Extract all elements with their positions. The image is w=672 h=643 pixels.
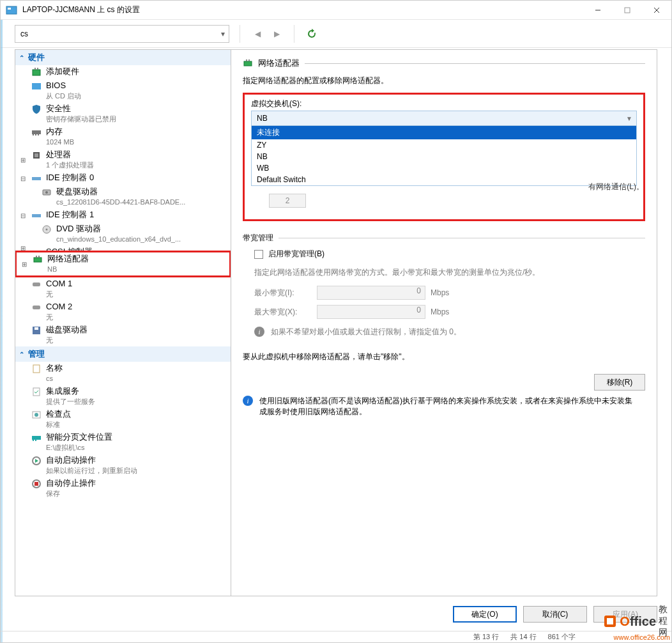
highlight-network-adapter: ⊞ 网络适配器NB bbox=[15, 251, 231, 277]
nav-forward-button[interactable]: ▶ bbox=[270, 27, 284, 41]
maximize-button[interactable] bbox=[613, 1, 642, 20]
tree-item-com2[interactable]: COM 2无 bbox=[15, 300, 231, 323]
tree-item-checkpoint[interactable]: 检查点标准 bbox=[15, 408, 231, 431]
minimize-button[interactable] bbox=[583, 1, 613, 20]
svg-point-21 bbox=[46, 229, 48, 231]
vlan-row: 2 bbox=[245, 186, 643, 219]
unit-label: Mbps bbox=[431, 288, 449, 297]
expand-icon[interactable]: ⊞ bbox=[19, 245, 27, 251]
bandwidth-group-header: 带宽管理 bbox=[243, 233, 645, 244]
info-icon: i bbox=[254, 327, 264, 337]
svg-rect-41 bbox=[246, 59, 247, 61]
com-port-icon bbox=[31, 279, 42, 290]
name-icon bbox=[31, 363, 42, 375]
svg-rect-7 bbox=[34, 68, 36, 70]
status-bar: 第 13 行 共 14 行 861 个字 bbox=[1, 631, 671, 642]
vswitch-option[interactable]: 未连接 bbox=[252, 126, 636, 139]
vlan-id-input[interactable]: 2 bbox=[269, 194, 306, 208]
vswitch-option[interactable]: Default Switch bbox=[252, 174, 636, 185]
svg-rect-16 bbox=[32, 177, 41, 180]
tree-label: 集成服务 bbox=[46, 386, 95, 396]
tree-sublabel: 提供了一些服务 bbox=[46, 396, 95, 407]
bandwidth-min-input[interactable]: 0 bbox=[317, 286, 425, 300]
bandwidth-tip-row: i 如果不希望对最小值或最大值进行限制，请指定值为 0。 bbox=[243, 322, 645, 337]
vswitch-combo[interactable]: NB ▼ bbox=[251, 111, 637, 126]
tree-item-scsi[interactable]: ⊞ SCSI 控制器 bbox=[15, 245, 231, 251]
tree-item-auto-start[interactable]: 自动启动操作如果以前运行过，则重新启动 bbox=[15, 454, 231, 477]
hardware-section-header[interactable]: ⌃ 硬件 bbox=[15, 50, 231, 65]
tree-item-dvd[interactable]: DVD 驱动器cn_windows_10_education_x64_dvd_.… bbox=[15, 222, 231, 245]
hdd-icon bbox=[41, 187, 52, 198]
tree-item-name[interactable]: 名称cs bbox=[15, 362, 231, 385]
watermark-brand-rest: ffice bbox=[630, 614, 656, 628]
tree-item-integration[interactable]: 集成服务提供了一些服务 bbox=[15, 385, 231, 408]
panel-title-row: 网络适配器 bbox=[243, 58, 645, 69]
ok-button[interactable]: 确定(O) bbox=[453, 606, 517, 623]
tree-label: 内存 bbox=[46, 127, 74, 137]
dvd-icon bbox=[41, 224, 52, 235]
collapse-icon: ⌃ bbox=[19, 54, 24, 61]
tree-item-smart-paging[interactable]: 智能分页文件位置E:\虚拟机\cs bbox=[15, 431, 231, 454]
tree-item-memory[interactable]: 内存1024 MB bbox=[15, 125, 231, 148]
collapse-icon[interactable]: ⊟ bbox=[19, 212, 27, 219]
svg-rect-42 bbox=[248, 59, 250, 61]
tree-sublabel: 如果以前运行过，则重新启动 bbox=[46, 465, 137, 476]
svg-rect-26 bbox=[33, 283, 40, 286]
cancel-button[interactable]: 取消(C) bbox=[523, 606, 587, 623]
tree-item-hdd[interactable]: 硬盘驱动器cs_122081D6-45DD-4421-BAF8-DADE... bbox=[15, 185, 231, 208]
cpu-icon bbox=[31, 150, 42, 161]
section-label: 硬件 bbox=[28, 52, 45, 63]
com-port-icon bbox=[31, 302, 42, 313]
tree-item-cpu[interactable]: ⊞ 处理器1 个虚拟处理器 bbox=[15, 148, 231, 171]
tree-item-com1[interactable]: COM 1无 bbox=[15, 277, 231, 300]
separator bbox=[305, 63, 645, 64]
tree-item-security[interactable]: 安全性密钥存储驱动器已禁用 bbox=[15, 102, 231, 125]
svg-rect-24 bbox=[36, 256, 37, 258]
tree-item-ide1[interactable]: ⊟ IDE 控制器 1 bbox=[15, 208, 231, 222]
tree-sublabel: 无 bbox=[46, 335, 88, 345]
bandwidth-max-row: 最大带宽(X): 0 Mbps bbox=[243, 302, 645, 322]
tree-sublabel: cs bbox=[46, 373, 63, 383]
svg-rect-34 bbox=[32, 436, 41, 440]
chevron-down-icon: ▾ bbox=[221, 29, 225, 38]
svg-rect-9 bbox=[32, 83, 41, 89]
expand-icon[interactable]: ⊞ bbox=[20, 261, 28, 268]
bandwidth-enable-checkbox[interactable] bbox=[254, 250, 263, 259]
management-section-header[interactable]: ⌃ 管理 bbox=[15, 346, 231, 362]
panel-intro: 指定网络适配器的配置或移除网络适配器。 bbox=[243, 75, 645, 86]
status-chars: 861 个字 bbox=[548, 632, 576, 642]
remove-button[interactable]: 移除(R) bbox=[594, 374, 645, 391]
tree-item-auto-stop[interactable]: 自动停止操作保存 bbox=[15, 477, 231, 500]
expand-icon[interactable]: ⊞ bbox=[19, 157, 27, 164]
collapse-icon[interactable]: ⊟ bbox=[19, 175, 27, 182]
bandwidth-max-input[interactable]: 0 bbox=[317, 305, 425, 319]
tree-item-ide0[interactable]: ⊟ IDE 控制器 0 bbox=[15, 171, 231, 185]
vswitch-option[interactable]: ZY bbox=[252, 139, 636, 151]
bandwidth-enable-label: 启用带宽管理(B) bbox=[268, 249, 325, 260]
svg-rect-36 bbox=[35, 440, 36, 441]
tree-item-network-adapter[interactable]: ⊞ 网络适配器NB bbox=[17, 252, 229, 275]
tree-item-floppy[interactable]: 磁盘驱动器无 bbox=[15, 323, 231, 346]
tree-item-bios[interactable]: BIOS从 CD 启动 bbox=[15, 79, 231, 102]
tree-label: 网络适配器 bbox=[47, 254, 89, 264]
tree-item-add-hardware[interactable]: 添加硬件 bbox=[15, 65, 231, 79]
close-button[interactable] bbox=[642, 1, 671, 20]
nav-back-button[interactable]: ◀ bbox=[250, 27, 264, 41]
tree-label: 自动停止操作 bbox=[46, 478, 96, 488]
vm-selector[interactable]: cs ▾ bbox=[15, 25, 229, 43]
svg-rect-15 bbox=[34, 153, 38, 157]
vm-selector-value: cs bbox=[20, 29, 28, 38]
tree-sublabel: NB bbox=[47, 264, 89, 274]
svg-rect-23 bbox=[34, 258, 42, 262]
tree-label: BIOS bbox=[46, 81, 81, 91]
tree-label: 自动启动操作 bbox=[46, 455, 137, 465]
tree-sublabel: cs_122081D6-45DD-4421-BAF8-DADE... bbox=[56, 197, 185, 207]
vswitch-option[interactable]: NB bbox=[252, 151, 636, 162]
legacy-tip: 使用旧版网络适配器(而不是该网络适配器)执行基于网络的来宾操作系统安装，或者在来… bbox=[259, 396, 634, 417]
integration-icon bbox=[31, 386, 42, 398]
checkpoint-icon bbox=[31, 409, 42, 421]
vswitch-option[interactable]: WB bbox=[252, 162, 636, 174]
refresh-button[interactable] bbox=[305, 27, 319, 41]
bandwidth-min-row: 最小带宽(I): 0 Mbps bbox=[243, 283, 645, 302]
autostop-icon bbox=[31, 478, 42, 490]
